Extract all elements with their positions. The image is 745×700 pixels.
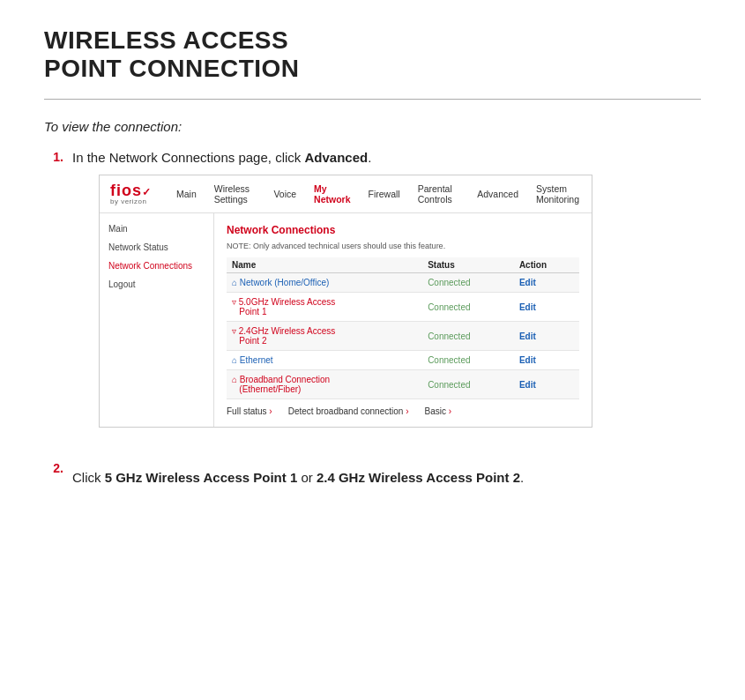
- table-row: ⌂ Network (Home/Office) Connected Edit: [227, 273, 579, 293]
- step-1: 1. In the Network Connections page, clic…: [44, 150, 701, 443]
- row-name-ethernet: ⌂ Ethernet: [227, 351, 422, 370]
- fios-footer-links: Full status › Detect broadband connectio…: [227, 406, 579, 416]
- col-header-action: Action: [514, 257, 579, 273]
- step-1-text: In the Network Connections page, click A…: [72, 150, 371, 165]
- row-action-24ghz[interactable]: Edit: [514, 322, 579, 351]
- row-name-network: ⌂ Network (Home/Office): [227, 273, 422, 293]
- row-name-24ghz: ▿ 2.4GHz Wireless Access Point 2: [227, 322, 422, 351]
- row-action-network[interactable]: Edit: [514, 273, 579, 293]
- footer-link-detect-broadband[interactable]: Detect broadband connection ›: [288, 406, 409, 416]
- table-row: ▿ 5.0GHz Wireless Access Point 1 Connect…: [227, 293, 579, 322]
- col-header-name: Name: [227, 257, 422, 273]
- fios-note: NOTE: Only advanced technical users shou…: [227, 242, 579, 250]
- nav-item-main[interactable]: Main: [176, 189, 197, 199]
- row-name-5ghz: ▿ 5.0GHz Wireless Access Point 1: [227, 293, 422, 322]
- table-row: ⌂ Broadband Connection (Ethernet/Fiber) …: [227, 370, 579, 399]
- sidebar-item-logout[interactable]: Logout: [108, 279, 205, 289]
- table-row: ▿ 2.4GHz Wireless Access Point 2 Connect…: [227, 322, 579, 351]
- sidebar-item-main[interactable]: Main: [108, 224, 205, 234]
- fios-logo: fios✓ by verizon: [110, 182, 152, 205]
- step-2-text: Click 5 GHz Wireless Access Point 1 or 2…: [72, 468, 524, 488]
- row-status-ethernet: Connected: [422, 351, 514, 370]
- row-action-broadband[interactable]: Edit: [514, 370, 579, 399]
- row-status-network: Connected: [422, 273, 514, 293]
- fios-ui-mockup: fios✓ by verizon Main Wireless Settings …: [99, 175, 592, 428]
- footer-link-basic[interactable]: Basic ›: [424, 406, 451, 416]
- fios-table: Name Status Action ⌂ Network (Home/Offic…: [227, 257, 579, 399]
- footer-link-full-status[interactable]: Full status ›: [227, 406, 272, 416]
- table-header-row: Name Status Action: [227, 257, 579, 273]
- row-status-broadband: Connected: [422, 370, 514, 399]
- step-number-2: 2.: [44, 461, 63, 475]
- table-row: ⌂ Ethernet Connected Edit: [227, 351, 579, 370]
- nav-item-advanced[interactable]: Advanced: [477, 189, 518, 199]
- section-divider: [44, 99, 701, 100]
- intro-text: To view the connection:: [44, 119, 701, 134]
- row-status-5ghz: Connected: [422, 293, 514, 322]
- sidebar-item-network-connections[interactable]: Network Connections: [108, 261, 205, 271]
- page-title: WIRELESS ACCESS POINT CONNECTION: [44, 26, 701, 83]
- nav-item-voice[interactable]: Voice: [273, 189, 296, 199]
- nav-item-parental-controls[interactable]: Parental Controls: [418, 183, 460, 205]
- fios-body: Main Network Status Network Connections …: [100, 213, 592, 427]
- nav-item-firewall[interactable]: Firewall: [369, 189, 400, 199]
- nav-item-my-network[interactable]: My Network: [314, 183, 350, 205]
- row-status-24ghz: Connected: [422, 322, 514, 351]
- nav-item-wireless-settings[interactable]: Wireless Settings: [214, 183, 257, 205]
- sidebar-item-network-status[interactable]: Network Status: [108, 242, 205, 252]
- fios-logo-text: fios✓: [110, 182, 152, 198]
- fios-nav: fios✓ by verizon Main Wireless Settings …: [100, 175, 592, 213]
- row-action-ethernet[interactable]: Edit: [514, 351, 579, 370]
- row-action-5ghz[interactable]: Edit: [514, 293, 579, 322]
- row-name-broadband: ⌂ Broadband Connection (Ethernet/Fiber): [227, 370, 422, 399]
- steps-list: 1. In the Network Connections page, clic…: [44, 150, 701, 488]
- fios-sidebar: Main Network Status Network Connections …: [100, 213, 214, 427]
- nav-item-system-monitoring[interactable]: System Monitoring: [536, 183, 581, 205]
- fios-logo-sub: by verizon: [110, 198, 152, 205]
- fios-content: Network Connections NOTE: Only advanced …: [214, 213, 592, 427]
- fios-section-title: Network Connections: [227, 224, 579, 236]
- step-2: 2. Click 5 GHz Wireless Access Point 1 o…: [44, 461, 701, 488]
- col-header-status: Status: [422, 257, 514, 273]
- step-number-1: 1.: [44, 150, 63, 164]
